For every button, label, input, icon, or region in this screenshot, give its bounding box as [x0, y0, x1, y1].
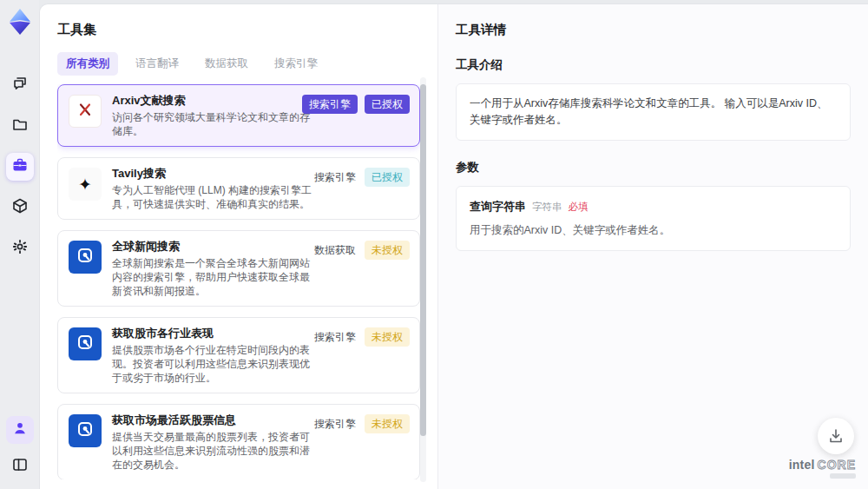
sidebar-item-briefcase[interactable]: [6, 153, 34, 181]
intro-heading: 工具介绍: [456, 57, 851, 73]
tab-1[interactable]: 语言翻译: [127, 52, 187, 76]
tool-description: 全球新闻搜索是一个聚合全球各大新闻网站内容的搜索引擎，帮助用户快速获取全球最新资…: [112, 256, 319, 298]
param-name: 查询字符串: [470, 198, 526, 215]
details-title: 工具详情: [456, 22, 851, 38]
news-search-icon: [76, 333, 95, 355]
tool-name: Arxiv文献搜索: [112, 93, 319, 108]
intro-text: 一个用于从Arxiv存储库搜索科学论文和文章的工具。 输入可以是Arxiv ID…: [470, 97, 828, 126]
sidebar-item-gear[interactable]: [6, 235, 34, 262]
tool-description: 访问各个研究领域大量科学论文和文章的存储库。: [112, 110, 319, 138]
param-box: 查询字符串 字符串 必填 用于搜索的Arxiv ID、关键字或作者姓名。: [456, 186, 851, 251]
tools-panel: 工具集 所有类别语言翻译数据获取搜索引擎 Arxiv文献搜索 访问各个研究领域大…: [40, 4, 437, 489]
scrollbar-thumb[interactable]: [420, 84, 426, 436]
tool-auth-badge: 未授权: [365, 327, 410, 347]
tavily-star-icon: ✦: [78, 175, 92, 195]
tool-name: Tavily搜索: [112, 166, 319, 181]
tool-name: 获取市场最活跃股票信息: [112, 413, 319, 427]
tavily-tile: ✦: [69, 168, 102, 201]
intel-badge: [830, 473, 856, 479]
tool-description: 提供当天交易量最高的股票列表，投资者可以利用这些信息来识别流动性强的股票和潜在的…: [112, 430, 319, 472]
sidebar-nav: [6, 71, 34, 262]
tab-0[interactable]: 所有类别: [57, 52, 118, 76]
list-scrollbar[interactable]: [420, 77, 426, 482]
tool-auth-badge: 未授权: [365, 414, 410, 433]
sidebar-item-cube[interactable]: [6, 194, 34, 221]
tool-card-2[interactable]: 全球新闻搜索 全球新闻搜索是一个聚合全球各大新闻网站内容的搜索引擎，帮助用户快速…: [57, 230, 420, 307]
news-search-icon: [76, 246, 95, 268]
param-type: 字符串: [532, 200, 562, 215]
tool-badges: 搜索引擎 未授权: [312, 327, 410, 347]
news-search-icon: [76, 420, 95, 442]
tool-auth-badge: 已授权: [365, 95, 410, 114]
intro-box: 一个用于从Arxiv存储库搜索科学论文和文章的工具。 输入可以是Arxiv ID…: [456, 83, 851, 141]
main-panel: 工具集 所有类别语言翻译数据获取搜索引擎 Arxiv文献搜索 访问各个研究领域大…: [39, 3, 868, 489]
sidebar-item-chat[interactable]: [6, 71, 34, 99]
sidebar-item-folder[interactable]: [6, 112, 34, 140]
download-icon: [827, 427, 845, 445]
tool-badges: 搜索引擎 未授权: [312, 414, 410, 433]
tab-3[interactable]: 搜索引擎: [266, 52, 326, 76]
tool-name: 全球新闻搜索: [112, 239, 319, 254]
gear-icon: [11, 238, 29, 259]
tool-card-3[interactable]: 获取股市各行业表现 提供股票市场各个行业在特定时间段内的表现。投资者可以利用这些…: [57, 317, 420, 393]
tool-card-4[interactable]: 获取市场最活跃股票信息 提供当天交易量最高的股票列表，投资者可以利用这些信息来识…: [57, 404, 420, 479]
tool-category-badge: 数据获取: [312, 241, 358, 260]
tool-details-panel: 工具详情 工具介绍 一个用于从Arxiv存储库搜索科学论文和文章的工具。 输入可…: [438, 4, 868, 489]
app-sidebar: [0, 0, 39, 489]
param-required-badge: 必填: [569, 200, 589, 215]
app-logo: [5, 7, 35, 36]
params-heading: 参数: [456, 160, 851, 175]
folder-icon: [11, 116, 29, 136]
chat-icon: [11, 75, 29, 96]
tool-list: Arxiv文献搜索 访问各个研究领域大量科学论文和文章的存储库。 搜索引擎 已授…: [57, 84, 420, 479]
tool-name: 获取股市各行业表现: [112, 326, 319, 340]
category-tabs: 所有类别语言翻译数据获取搜索引擎: [57, 52, 437, 76]
bluenews-tile: [69, 327, 102, 360]
tool-badges: 数据获取 未授权: [312, 241, 410, 260]
tool-category-badge: 搜索引擎: [312, 168, 358, 187]
briefcase-icon: [11, 156, 29, 177]
sidebar-item-panel-toggle[interactable]: [6, 453, 34, 480]
arxiv-tile: [69, 95, 102, 128]
intel-core-logo: intelcore: [789, 459, 856, 479]
core-wordmark: core: [818, 458, 856, 472]
panel-toggle-icon: [11, 456, 29, 477]
cube-icon: [11, 197, 29, 218]
arxiv-icon: [76, 101, 94, 122]
tool-card-0[interactable]: Arxiv文献搜索 访问各个研究领域大量科学论文和文章的存储库。 搜索引擎 已授…: [57, 84, 420, 147]
tool-card-1[interactable]: ✦ Tavily搜索 专为人工智能代理 (LLM) 构建的搜索引擎工具，可快速提…: [57, 157, 420, 220]
user-icon: [12, 420, 28, 439]
sidebar-item-user[interactable]: [6, 416, 34, 444]
tool-category-badge: 搜索引擎: [302, 95, 358, 114]
page-title: 工具集: [57, 22, 437, 38]
tool-badges: 搜索引擎 已授权: [312, 168, 410, 187]
intel-wordmark: intel: [789, 458, 815, 472]
download-button[interactable]: [818, 418, 854, 454]
tool-category-badge: 搜索引擎: [312, 414, 358, 433]
tool-description: 提供股票市场各个行业在特定时间段内的表现。投资者可以利用这些信息来识别表现优于或…: [112, 343, 319, 385]
tool-category-badge: 搜索引擎: [312, 327, 358, 347]
bluenews-tile: [69, 241, 102, 274]
tool-description: 专为人工智能代理 (LLM) 构建的搜索引擎工具，可快速提供实时、准确和真实的结…: [112, 183, 319, 211]
tool-auth-badge: 未授权: [365, 241, 410, 260]
bluenews-tile: [69, 414, 102, 447]
tool-auth-badge: 已授权: [365, 168, 410, 187]
param-description: 用于搜索的Arxiv ID、关键字或作者姓名。: [470, 222, 837, 239]
tool-badges: 搜索引擎 已授权: [302, 95, 410, 114]
tab-2[interactable]: 数据获取: [196, 52, 257, 76]
sidebar-bottom: [6, 416, 34, 480]
